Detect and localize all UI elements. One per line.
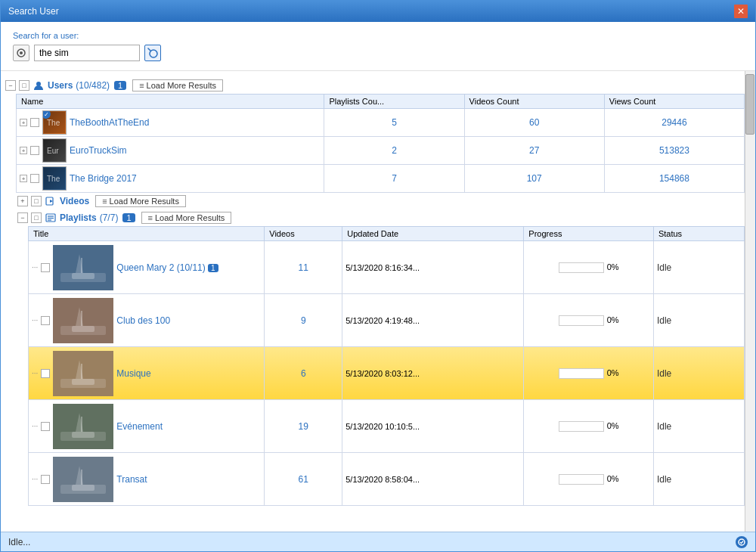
search-settings-icon[interactable]	[13, 45, 29, 61]
users-icon	[33, 79, 45, 91]
user-name-link[interactable]: TheBoothAtTheEnd	[70, 117, 149, 128]
playlists-load-more-btn[interactable]: ≡ Load More Results	[141, 212, 232, 224]
row-expand-btn[interactable]: +	[20, 119, 27, 126]
views-count-cell: 513823	[604, 137, 744, 165]
col-views: Views Count	[604, 95, 744, 109]
scrollbar-track[interactable]	[745, 71, 755, 532]
playlist-row[interactable]: ··· Transat615/13/2020 8:58:04...0%Idle	[29, 453, 745, 506]
playlist-thumbnail	[53, 404, 113, 449]
progress-bar	[559, 368, 604, 379]
playlists-section-header: − □ Playlists (7/7) 1	[13, 209, 745, 226]
playlist-check-btn[interactable]	[41, 475, 50, 484]
playlist-progress-cell: 0%	[524, 241, 654, 294]
close-button[interactable]: ✕	[734, 5, 748, 18]
user-row[interactable]: + Eur EuroTruckSim227513823	[17, 137, 745, 165]
playlists-count-cell: 7	[324, 165, 464, 193]
search-row	[13, 45, 743, 61]
row-check-btn[interactable]	[30, 118, 39, 127]
progress-text: 0%	[607, 262, 619, 271]
user-row[interactable]: + The The Bridge 20177107154868	[17, 165, 745, 193]
row-check-btn[interactable]	[30, 146, 39, 155]
videos-expand-btn[interactable]: +	[17, 196, 28, 206]
playlists-expand-btn[interactable]: −	[17, 212, 28, 223]
playlist-title-link[interactable]: Queen Mary 2 (10/11) 1	[116, 262, 218, 273]
svg-rect-31	[72, 379, 94, 385]
col-videos: Videos Count	[464, 95, 604, 109]
search-go-button[interactable]	[144, 45, 161, 61]
row-dash: ···	[32, 369, 38, 377]
videos-check-btn[interactable]: □	[31, 196, 42, 206]
users-expand-btn[interactable]: −	[5, 80, 16, 91]
svg-rect-40	[81, 470, 82, 485]
views-count-cell: 154868	[604, 165, 744, 193]
row-dash: ···	[32, 263, 38, 271]
playlist-row[interactable]: ··· Musique65/13/2020 8:03:12...0%Idle	[29, 347, 745, 400]
videos-section-header: + □ Videos ≡ Load More Results	[13, 193, 745, 209]
playlist-videos-cell: 6	[265, 347, 342, 400]
scrollbar-thumb[interactable]	[745, 74, 754, 135]
status-bar: Idle...	[1, 532, 755, 551]
svg-text:The: The	[47, 119, 60, 127]
user-name-link[interactable]: EuroTruckSim	[70, 145, 127, 156]
svg-rect-41	[72, 485, 94, 491]
progress-text: 0%	[607, 474, 619, 483]
scroll-area[interactable]: − □ Users (10/482) 1 ≡ Load More Results	[1, 71, 745, 532]
playlist-videos-cell: 19	[265, 400, 342, 453]
status-text: Idle...	[8, 537, 30, 547]
row-expand-btn[interactable]: +	[20, 147, 27, 154]
row-dash: ···	[32, 316, 38, 324]
playlist-row[interactable]: ··· Queen Mary 2 (10/11) 1115/13/2020 8:…	[29, 241, 745, 294]
playlist-title-link[interactable]: Musique	[116, 368, 150, 379]
row-expand-btn[interactable]: +	[20, 175, 27, 182]
playlist-videos-cell: 61	[265, 453, 342, 506]
playlist-check-btn[interactable]	[41, 422, 50, 431]
col-name: Name	[17, 95, 324, 109]
playlist-title-link[interactable]: Club des 100	[116, 315, 170, 326]
playlist-row[interactable]: ··· Club des 10095/13/2020 4:19:48...0%I…	[29, 294, 745, 347]
svg-text:Eur: Eur	[47, 147, 59, 155]
row-check-btn[interactable]	[30, 174, 39, 183]
svg-rect-35	[81, 417, 82, 432]
svg-rect-20	[81, 258, 82, 273]
progress-text: 0%	[607, 368, 619, 377]
playlist-row[interactable]: ··· Evénement195/13/2020 10:10:5...0%Idl…	[29, 400, 745, 453]
playlist-videos-cell: 9	[265, 294, 342, 347]
playlist-date-cell: 5/13/2020 4:19:48...	[342, 294, 524, 347]
playlist-date-cell: 5/13/2020 10:10:5...	[342, 400, 524, 453]
playlist-title-link[interactable]: Evénement	[116, 421, 163, 432]
users-load-more-btn[interactable]: ≡ Load More Results	[132, 79, 223, 91]
playlist-title-link[interactable]: Transat	[116, 474, 147, 485]
col-playlist-progress: Progress	[524, 227, 654, 241]
progress-bar	[559, 421, 604, 432]
playlists-count-cell: 5	[324, 109, 464, 137]
videos-load-more-btn[interactable]: ≡ Load More Results	[95, 195, 186, 207]
playlist-check-btn[interactable]	[41, 369, 50, 378]
playlist-progress-cell: 0%	[524, 453, 654, 506]
playlist-status-cell: Idle	[653, 241, 744, 294]
avatar: The ✓	[42, 110, 67, 135]
playlist-status-cell: Idle	[653, 294, 744, 347]
playlist-progress-cell: 0%	[524, 400, 654, 453]
col-playlist-videos: Videos	[265, 227, 342, 241]
playlists-check-btn[interactable]: □	[31, 212, 42, 223]
svg-rect-36	[72, 432, 94, 438]
search-input[interactable]	[34, 45, 140, 61]
row-dash: ···	[32, 422, 38, 430]
playlist-check-btn[interactable]	[41, 263, 50, 272]
svg-rect-26	[72, 326, 94, 332]
playlist-progress-cell: 0%	[524, 347, 654, 400]
users-badge: 1	[114, 81, 126, 90]
users-check-btn[interactable]: □	[19, 80, 29, 91]
users-section-count: (10/482)	[76, 80, 110, 91]
col-playlist-date: Updated Date	[342, 227, 524, 241]
status-icon	[736, 536, 748, 548]
col-playlist-title: Title	[29, 227, 265, 241]
progress-bar	[559, 262, 604, 273]
playlist-check-btn[interactable]	[41, 316, 50, 325]
svg-rect-25	[81, 311, 82, 326]
playlist-status-cell: Idle	[653, 453, 744, 506]
playlists-icon	[45, 212, 57, 224]
user-name-link[interactable]: The Bridge 2017	[70, 173, 137, 184]
title-bar: Search User ✕	[1, 1, 755, 22]
user-row[interactable]: + The ✓TheBoothAtTheEnd56029446	[17, 109, 745, 137]
